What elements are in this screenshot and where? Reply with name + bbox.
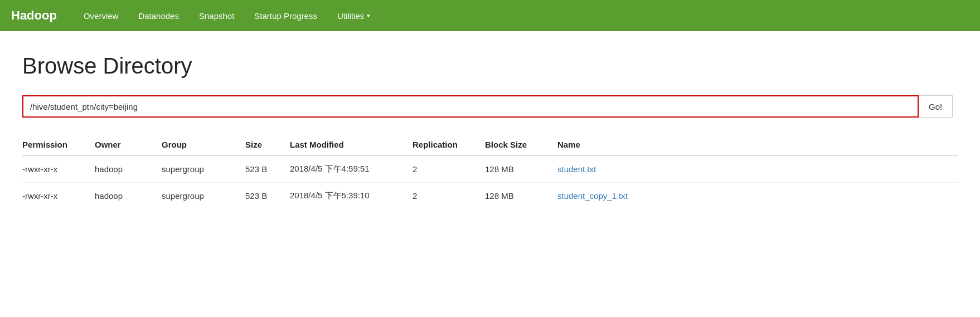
- directory-table: Permission Owner Group Size Last Modifie…: [22, 134, 958, 209]
- col-header-replication: Replication: [413, 134, 485, 155]
- navbar: Hadoop Overview Datanodes Snapshot Start…: [0, 0, 980, 31]
- table-row: -rwxr-xr-x hadoop supergroup 523 B 2018/…: [22, 183, 958, 209]
- nav-startup-progress[interactable]: Startup Progress: [244, 0, 327, 31]
- table-header-row: Permission Owner Group Size Last Modifie…: [22, 134, 958, 155]
- cell-size: 523 B: [245, 183, 290, 209]
- nav-utilities[interactable]: Utilities ▾: [327, 0, 380, 31]
- cell-group: supergroup: [162, 183, 245, 209]
- cell-permission: -rwxr-xr-x: [22, 183, 95, 209]
- col-header-permission: Permission: [22, 134, 95, 155]
- cell-block-size: 128 MB: [485, 155, 557, 183]
- nav-overview[interactable]: Overview: [74, 0, 129, 31]
- nav-snapshot[interactable]: Snapshot: [189, 0, 244, 31]
- cell-size: 523 B: [245, 155, 290, 183]
- cell-last-modified: 2018/4/5 下午5:39:10: [290, 183, 413, 209]
- col-header-group: Group: [162, 134, 245, 155]
- main-content: Browse Directory Go! Permission Owner Gr…: [0, 31, 980, 220]
- go-button[interactable]: Go!: [919, 95, 953, 118]
- navbar-brand[interactable]: Hadoop: [11, 8, 57, 23]
- cell-permission: -rwxr-xr-x: [22, 155, 95, 183]
- col-header-last-modified: Last Modified: [290, 134, 413, 155]
- cell-block-size: 128 MB: [485, 183, 557, 209]
- cell-replication: 2: [413, 183, 485, 209]
- cell-group: supergroup: [162, 155, 245, 183]
- cell-replication: 2: [413, 155, 485, 183]
- file-link[interactable]: student.txt: [557, 164, 596, 174]
- table-row: -rwxr-xr-x hadoop supergroup 523 B 2018/…: [22, 155, 958, 183]
- chevron-down-icon: ▾: [367, 12, 370, 19]
- cell-name: student_copy_1.txt: [557, 183, 958, 209]
- path-row: Go!: [22, 95, 958, 118]
- cell-name: student.txt: [557, 155, 958, 183]
- col-header-name: Name: [557, 134, 958, 155]
- cell-last-modified: 2018/4/5 下午4:59:51: [290, 155, 413, 183]
- cell-owner: hadoop: [95, 183, 162, 209]
- file-link[interactable]: student_copy_1.txt: [557, 191, 628, 201]
- col-header-size: Size: [245, 134, 290, 155]
- col-header-owner: Owner: [95, 134, 162, 155]
- col-header-block-size: Block Size: [485, 134, 557, 155]
- nav-datanodes[interactable]: Datanodes: [128, 0, 189, 31]
- cell-owner: hadoop: [95, 155, 162, 183]
- page-title: Browse Directory: [22, 53, 958, 79]
- path-input[interactable]: [22, 95, 919, 118]
